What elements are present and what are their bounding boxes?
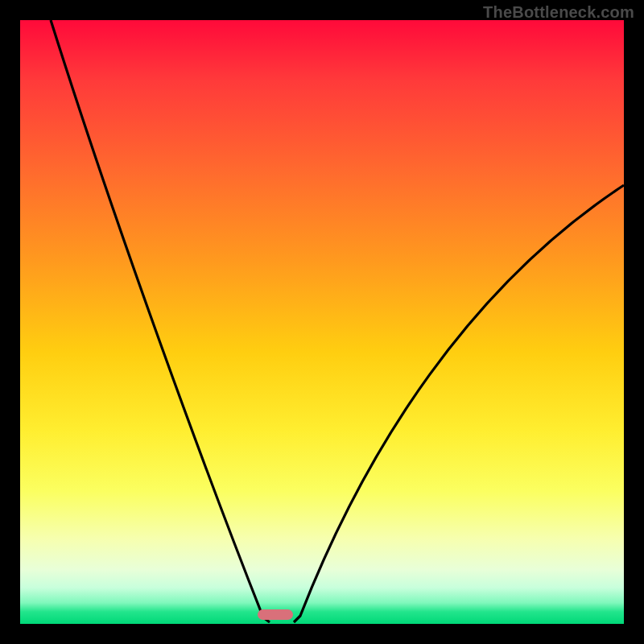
optimal-range-marker [258, 609, 293, 620]
chart-area [20, 20, 624, 624]
curve-right-branch [294, 185, 624, 622]
bottleneck-curve [20, 20, 624, 624]
curve-left-branch [51, 20, 270, 622]
watermark-text: TheBottleneck.com [483, 3, 634, 22]
